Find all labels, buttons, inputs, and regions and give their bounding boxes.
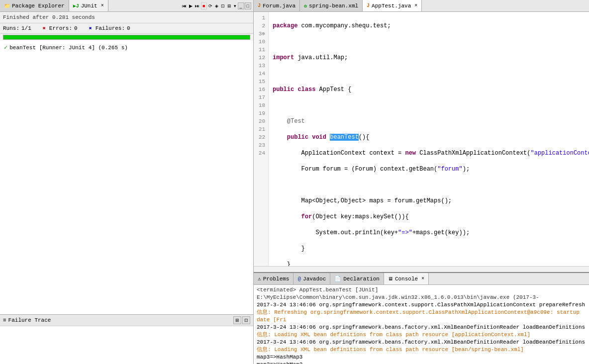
errors-stat: ✖ Errors: 0: [41, 25, 78, 31]
toolbar-btn-max[interactable]: □: [245, 2, 251, 9]
tab-problems[interactable]: ⚠ Problems: [254, 273, 294, 284]
failure-trace-title-area: ≡ Failure Trace: [3, 317, 51, 323]
failure-trace-buttons: ⊞ ⊡: [233, 316, 250, 324]
finished-text: Finished after 0.281 seconds: [3, 14, 95, 20]
failure-icon: ✖: [88, 25, 94, 31]
declaration-icon: 📄: [334, 275, 341, 282]
console-line-2: 信息: Refreshing org.springframework.conte…: [257, 309, 586, 324]
bottom-panel: ⚠ Problems @ Javadoc 📄 Declaration 🖥 Con…: [254, 272, 589, 364]
forum-java-label: Forum.java: [263, 3, 295, 9]
failures-label: Failures:: [96, 25, 125, 31]
failure-trace-label: Failure Trace: [8, 317, 51, 323]
test-item-label: beanTest [Runner: JUnit 4] (0.265 s): [9, 45, 128, 51]
console-line-7: map3=>HashMap3: [257, 354, 586, 361]
runs-stat: Runs: 1/1: [3, 25, 31, 31]
line-11: public class AppTest {: [273, 86, 589, 93]
tab-spring-bean-xml[interactable]: ✿ spring-bean.xml: [300, 0, 363, 11]
junit-close-icon[interactable]: ×: [101, 3, 104, 8]
junit-tree: ✓ beanTest [Runner: JUnit 4] (0.265 s): [0, 41, 253, 314]
runs-label: Runs:: [3, 25, 19, 31]
console-label: Console: [395, 276, 418, 282]
problems-icon: ⚠: [258, 275, 261, 282]
apptest-java-label: AppTest.java: [372, 3, 411, 9]
javadoc-label: Javadoc: [303, 276, 326, 282]
console-line-4: 信息: Loading XML bean definitions from cl…: [257, 331, 586, 339]
code-content: 1 2 3⊕ 10 11 12 13 14 15 16 17 18 19 20 …: [254, 12, 589, 266]
tab-package-explorer[interactable]: 📁 Package Explorer: [0, 0, 69, 11]
console-line-6: 信息: Loading XML bean definitions from cl…: [257, 346, 586, 354]
tab-javadoc[interactable]: @ Javadoc: [294, 273, 330, 284]
toolbar-btn-menu[interactable]: ▾: [233, 3, 237, 9]
editor-tabs: J Forum.java ✿ spring-bean.xml J AppTest…: [254, 0, 589, 12]
tab-apptest-java[interactable]: J AppTest.java ×: [363, 0, 422, 11]
line-17: [273, 181, 589, 189]
h-scrollbar[interactable]: [254, 266, 589, 272]
toolbar-btn-1[interactable]: ⏮: [181, 3, 188, 9]
console-line-8: map2=>HashMap2: [257, 361, 586, 364]
toolbar-btn-3[interactable]: ⏭: [194, 3, 200, 9]
line-13: @Test: [273, 117, 589, 125]
tab-declaration[interactable]: 📄 Declaration: [330, 273, 384, 284]
toolbar-btn-7[interactable]: ⊞: [226, 3, 232, 9]
error-icon: ✖: [41, 25, 47, 31]
toolbar-btn-min[interactable]: _: [238, 2, 244, 9]
left-panel: 📁 Package Explorer ▶J JUnit × ⏮ ▶ ⏭ ■ ⟳ …: [0, 0, 254, 364]
apptest-java-icon: J: [367, 3, 370, 8]
junit-panel: Finished after 0.281 seconds Runs: 1/1 ✖…: [0, 12, 253, 364]
test-item[interactable]: ✓ beanTest [Runner: JUnit 4] (0.265 s): [2, 43, 251, 52]
package-explorer-label: Package Explorer: [12, 3, 65, 9]
toolbar-btn-2[interactable]: ▶: [188, 3, 194, 9]
trace-btn-filter[interactable]: ⊡: [242, 316, 250, 324]
apptest-close-icon[interactable]: ×: [414, 3, 417, 8]
test-pass-icon: ✓: [4, 44, 7, 51]
console-area[interactable]: <terminated> AppTest.beanTest [JUnit] E:…: [254, 285, 589, 364]
errors-label: Errors:: [49, 25, 72, 31]
failure-trace: ≡ Failure Trace ⊞ ⊡: [0, 314, 253, 364]
declaration-label: Declaration: [343, 276, 380, 282]
line-15: ApplicationContext context = new ClassPa…: [273, 149, 589, 157]
toolbar-btn-rerun[interactable]: ⟳: [207, 3, 213, 9]
line-22: }: [273, 261, 589, 266]
trace-btn-copy[interactable]: ⊞: [233, 316, 241, 324]
spring-xml-icon: ✿: [304, 3, 307, 9]
package-explorer-icon: 📁: [4, 3, 10, 9]
tab-console[interactable]: 🖥 Console ×: [384, 273, 429, 284]
junit-stats: Runs: 1/1 ✖ Errors: 0 ✖ Failures: 0: [0, 23, 253, 34]
line-2: [273, 38, 589, 46]
toolbar-btn-6[interactable]: ⊡: [220, 3, 226, 9]
console-close-icon[interactable]: ×: [421, 276, 424, 281]
line-20: System.out.println(key+"=>"+maps.get(key…: [273, 229, 589, 237]
line-18: Map<Object,Object> maps = forum.getMaps(…: [273, 197, 589, 205]
console-icon: 🖥: [388, 276, 393, 282]
errors-value: 0: [74, 25, 78, 31]
console-terminated-line: <terminated> AppTest.beanTest [JUnit] E:…: [257, 286, 586, 301]
tab-junit[interactable]: ▶J JUnit ×: [69, 0, 108, 11]
javadoc-icon: @: [297, 276, 301, 282]
line-1: package com.mycompany.shequ.test;: [273, 22, 589, 30]
tab-forum-java[interactable]: J Forum.java: [254, 0, 300, 11]
code-lines: package com.mycompany.shequ.test; import…: [269, 12, 589, 266]
line-12: [273, 101, 589, 109]
failures-stat: ✖ Failures: 0: [88, 25, 130, 31]
toolbar-btn-5[interactable]: ◈: [214, 3, 219, 9]
console-line-5: 2017-3-24 13:46:06 org.springframework.b…: [257, 339, 586, 346]
bottom-tabs: ⚠ Problems @ Javadoc 📄 Declaration 🖥 Con…: [254, 273, 589, 285]
forum-java-icon: J: [258, 3, 261, 8]
right-panel: J Forum.java ✿ spring-bean.xml J AppTest…: [254, 0, 589, 364]
line-16: Forum forum = (Forum) context.getBean("f…: [273, 165, 589, 173]
failure-trace-content: [0, 326, 253, 364]
line-3: import java.util.Map;: [273, 54, 589, 62]
junit-label: JUnit: [81, 3, 98, 9]
junit-icon: ▶J: [73, 3, 79, 9]
line-numbers: 1 2 3⊕ 10 11 12 13 14 15 16 17 18 19 20 …: [254, 12, 269, 266]
code-area[interactable]: 1 2 3⊕ 10 11 12 13 14 15 16 17 18 19 20 …: [254, 12, 589, 266]
toolbar-btn-stop[interactable]: ■: [201, 2, 206, 9]
line-10: [273, 70, 589, 78]
spring-xml-label: spring-bean.xml: [309, 3, 358, 9]
junit-header: Finished after 0.281 seconds: [0, 12, 253, 23]
failures-value: 0: [127, 25, 130, 31]
line-14: public void beanTest(){: [273, 133, 589, 141]
line-19: for(Object key:maps.keySet()){: [273, 213, 589, 221]
main-area: 📁 Package Explorer ▶J JUnit × ⏮ ▶ ⏭ ■ ⟳ …: [0, 0, 589, 364]
failure-trace-icon: ≡: [3, 317, 6, 323]
